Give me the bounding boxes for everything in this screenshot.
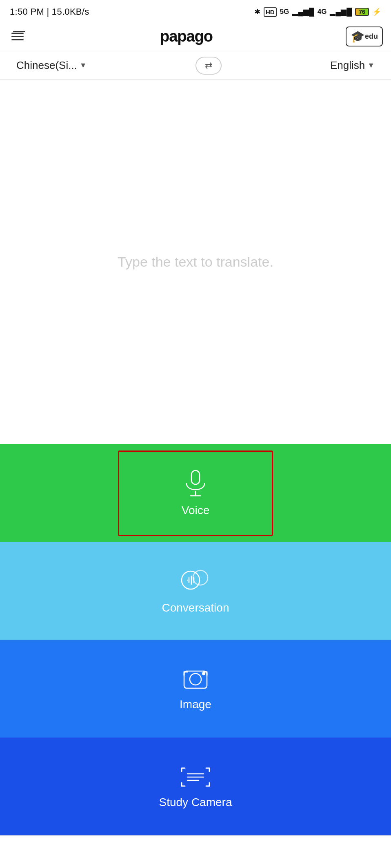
source-language-label: Chinese(Si...	[16, 59, 77, 72]
voice-icon-wrap	[182, 469, 209, 498]
target-language-chevron: ▼	[367, 61, 375, 70]
svg-rect-15	[60, 845, 64, 850]
bottom-stop-button[interactable]	[179, 840, 212, 864]
conversation-label: Conversation	[162, 601, 229, 614]
voice-label: Voice	[182, 504, 210, 517]
edu-button[interactable]: 🎓 edu	[346, 27, 383, 46]
status-time-network: 1:50 PM | 15.0KB/s	[10, 7, 89, 17]
svg-rect-16	[66, 845, 71, 850]
target-language-label: English	[330, 59, 365, 72]
hamburger-line-1	[11, 33, 24, 34]
image-button[interactable]: Image	[0, 640, 391, 738]
image-icon-wrap	[182, 666, 209, 692]
svg-point-3	[182, 571, 200, 589]
edu-label: edu	[365, 32, 378, 41]
bottom-nav	[0, 835, 391, 868]
bottom-back-button[interactable]	[309, 840, 342, 864]
study-camera-icon-wrap	[181, 764, 210, 790]
study-camera-button[interactable]: Study Camera	[0, 738, 391, 835]
bottom-stop-icon	[189, 844, 202, 860]
study-camera-label: Study Camera	[159, 796, 232, 809]
bottom-back-icon	[319, 844, 333, 860]
hamburger-menu-button[interactable]	[8, 29, 27, 44]
conversation-icon-wrap	[179, 567, 212, 596]
hamburger-line-2	[11, 36, 24, 37]
bottom-menu-button[interactable]	[49, 840, 82, 864]
conversation-button[interactable]: Conversation	[0, 542, 391, 640]
app-title: papago	[160, 28, 213, 45]
svg-rect-19	[192, 847, 199, 854]
signal-bars-2: ▂▄▆█	[330, 7, 352, 16]
target-language-button[interactable]: English ▼	[326, 57, 379, 74]
microphone-icon	[182, 469, 209, 498]
input-placeholder: Type the text to translate.	[118, 254, 273, 270]
voice-button[interactable]: Voice	[0, 444, 391, 542]
top-nav: papago 🎓 edu	[0, 22, 391, 51]
conversation-icon	[179, 567, 212, 596]
battery-indicator: 76	[355, 8, 369, 16]
svg-point-8	[193, 570, 208, 585]
status-bar: 1:50 PM | 15.0KB/s ✱ HD 5G ▂▄▆█ 4G ▂▄▆█ …	[0, 0, 391, 22]
hd-icon: HD	[264, 7, 277, 17]
charging-icon: ⚡	[372, 7, 381, 16]
edu-icon: 🎓	[351, 30, 365, 43]
swap-icon: ⇄	[205, 60, 212, 71]
signal-bars-1: ▂▄▆█	[292, 7, 314, 16]
source-language-button[interactable]: Chinese(Si... ▼	[12, 57, 91, 74]
text-input-area[interactable]: Type the text to translate.	[0, 80, 391, 444]
status-icons: ✱ HD 5G ▂▄▆█ 4G ▂▄▆█ 76 ⚡	[254, 7, 381, 17]
4g-icon: 4G	[318, 8, 327, 16]
svg-point-10	[190, 674, 201, 685]
source-language-chevron: ▼	[80, 61, 87, 70]
image-label: Image	[180, 698, 211, 711]
5g-icon: 5G	[280, 8, 289, 16]
camera-icon	[182, 666, 209, 692]
features-area: Voice Conversation	[0, 444, 391, 835]
svg-rect-18	[66, 851, 71, 856]
hamburger-line-3	[11, 39, 24, 40]
svg-point-11	[202, 672, 205, 675]
svg-rect-17	[60, 851, 64, 856]
study-camera-icon	[181, 764, 210, 790]
bottom-menu-icon	[58, 844, 72, 860]
language-selector-bar: Chinese(Si... ▼ ⇄ English ▼	[0, 51, 391, 80]
notification-dot	[13, 31, 25, 32]
bluetooth-icon: ✱	[254, 7, 260, 16]
svg-rect-0	[191, 470, 200, 484]
swap-languages-button[interactable]: ⇄	[196, 57, 222, 75]
